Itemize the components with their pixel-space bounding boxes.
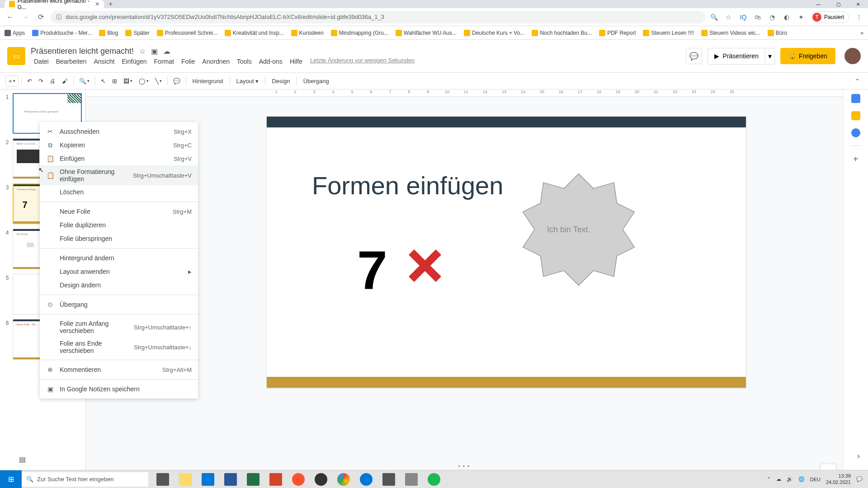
calendar-icon[interactable] bbox=[851, 94, 860, 103]
powerpoint-icon[interactable] bbox=[265, 470, 287, 488]
tray-chevron-icon[interactable]: ⌃ bbox=[767, 476, 771, 482]
select-tool[interactable]: ↖ bbox=[98, 76, 108, 86]
line-tool[interactable]: ╲▾ bbox=[152, 76, 165, 86]
word-icon[interactable] bbox=[220, 470, 241, 488]
layout-button[interactable]: Layout ▾ bbox=[233, 76, 263, 86]
site-info-icon[interactable]: ⓘ bbox=[56, 13, 62, 21]
new-tab-button[interactable]: + bbox=[108, 0, 113, 8]
context-menu-item[interactable]: Folie ans Ende verschiebenStrg+Umschaltt… bbox=[40, 337, 198, 357]
slide-title-text[interactable]: Formen einfügen bbox=[312, 171, 503, 200]
minimize-button[interactable]: — bbox=[808, 0, 828, 8]
extension-icon[interactable]: 🛍 bbox=[753, 13, 762, 22]
red-x-shape[interactable] bbox=[407, 248, 443, 284]
bookmark-apps[interactable]: Apps bbox=[5, 30, 25, 36]
new-slide-button[interactable]: +▾ bbox=[5, 75, 19, 87]
close-window-button[interactable]: ✕ bbox=[848, 0, 868, 8]
bookmark-item[interactable]: Büro bbox=[768, 30, 787, 36]
context-menu-item[interactable]: Neue FolieStrg+M bbox=[40, 205, 198, 218]
menu-folie[interactable]: Folie bbox=[178, 57, 198, 66]
context-menu-item[interactable]: Folie überspringen bbox=[40, 232, 198, 245]
bookmark-item[interactable]: Steuern Lesen !!!! bbox=[643, 30, 694, 36]
tray-network-icon[interactable]: 🌐 bbox=[798, 476, 805, 482]
bookmarks-overflow[interactable]: » bbox=[860, 30, 863, 36]
bookmark-item[interactable]: Noch hochladen Bu... bbox=[532, 30, 592, 36]
collapse-toolbar-icon[interactable]: ⌃ bbox=[852, 76, 863, 86]
paint-format-button[interactable]: 🖌 bbox=[59, 76, 71, 86]
star-shape-text[interactable]: Ich bin Text. bbox=[547, 225, 590, 235]
menu-ansicht[interactable]: Ansicht bbox=[90, 57, 118, 66]
bookmark-item[interactable]: Blog bbox=[99, 30, 118, 36]
present-dropdown[interactable]: ▾ bbox=[765, 48, 775, 65]
extension-icon[interactable]: IQ bbox=[739, 13, 748, 22]
tray-lang[interactable]: DEU bbox=[810, 477, 821, 482]
close-tab-icon[interactable]: ✕ bbox=[95, 1, 99, 7]
image-tool[interactable]: 🖼▾ bbox=[121, 76, 135, 86]
next-arrow-icon[interactable]: › bbox=[857, 451, 860, 461]
share-button[interactable]: 🔒Freigeben bbox=[780, 48, 835, 64]
bookmark-item[interactable]: Produktsuche - Mer... bbox=[32, 30, 92, 36]
tray-notification-icon[interactable]: 💬 bbox=[856, 476, 863, 482]
context-menu-item[interactable]: 📋EinfügenStrg+V bbox=[40, 152, 198, 165]
start-button[interactable]: ⊞ bbox=[0, 470, 22, 488]
add-addon-button[interactable]: + bbox=[853, 154, 859, 164]
comments-button[interactable]: 💬 bbox=[686, 48, 702, 64]
bookmark-item[interactable]: Kreativität und Insp... bbox=[225, 30, 284, 36]
design-button[interactable]: Design bbox=[268, 76, 293, 86]
obs-icon[interactable] bbox=[310, 470, 332, 488]
bookmark-item[interactable]: Später bbox=[125, 30, 149, 36]
tasks-icon[interactable] bbox=[851, 128, 860, 137]
move-icon[interactable]: ▣ bbox=[151, 47, 158, 56]
bookmark-item[interactable]: Mindmapping (Gru... bbox=[331, 30, 388, 36]
doc-title[interactable]: Präsentieren leicht gemacht! bbox=[31, 47, 134, 56]
bookmark-item[interactable]: PDF Report bbox=[599, 30, 636, 36]
zoom-button[interactable]: 🔍▾ bbox=[76, 76, 92, 86]
print-button[interactable]: 🖨 bbox=[47, 76, 58, 86]
bookmark-item[interactable]: Professionell Schrei... bbox=[157, 30, 217, 36]
keep-icon[interactable] bbox=[851, 111, 860, 120]
omnibox[interactable]: ⓘ docs.google.com/presentation/d/1yV372S… bbox=[51, 11, 705, 23]
bookmark-item[interactable]: Steuern Videos wic... bbox=[701, 30, 760, 36]
context-menu-item[interactable]: Folie zum Anfang verschiebenStrg+Umschal… bbox=[40, 317, 198, 337]
task-view-icon[interactable] bbox=[152, 470, 174, 488]
context-menu-item[interactable]: ⊕KommentierenStrg+Alt+M bbox=[40, 363, 198, 376]
forward-button[interactable]: → bbox=[20, 12, 31, 23]
bookmark-item[interactable]: Wahlfächer WU Aus... bbox=[396, 30, 457, 36]
context-menu-item[interactable]: Design ändern bbox=[40, 278, 198, 292]
menu-tools[interactable]: Tools bbox=[234, 57, 255, 66]
excel-icon[interactable] bbox=[242, 470, 264, 488]
background-button[interactable]: Hintergrund bbox=[189, 76, 227, 86]
context-menu-item[interactable]: ⊙Übergang bbox=[40, 298, 198, 311]
textbox-tool[interactable]: ⊞ bbox=[109, 76, 120, 86]
extensions-puzzle-icon[interactable]: ✦ bbox=[797, 13, 806, 22]
back-button[interactable]: ← bbox=[5, 12, 15, 23]
extension-icon[interactable]: ◔ bbox=[768, 13, 777, 22]
tray-volume-icon[interactable]: 🔊 bbox=[787, 476, 793, 482]
tray-clock[interactable]: 13:38 24.02.2021 bbox=[826, 473, 851, 485]
shape-tool[interactable]: ◯▾ bbox=[136, 76, 151, 86]
context-menu-item[interactable]: ⧉KopierenStrg+C bbox=[40, 138, 198, 152]
slides-logo-icon[interactable]: ▭ bbox=[7, 47, 25, 65]
app-icon[interactable] bbox=[401, 470, 422, 488]
menu-einfuegen[interactable]: Einfügen bbox=[118, 57, 150, 66]
bookmark-item[interactable]: Kursideen bbox=[291, 30, 324, 36]
edge-legacy-icon[interactable] bbox=[197, 470, 219, 488]
bookmark-item[interactable]: Deutsche Kurs + Vo... bbox=[464, 30, 524, 36]
redo-button[interactable]: ↷ bbox=[36, 76, 46, 86]
undo-button[interactable]: ↶ bbox=[24, 76, 35, 86]
brave-icon[interactable] bbox=[288, 470, 309, 488]
present-button[interactable]: ▶Präsentieren bbox=[708, 48, 765, 65]
menu-hilfe[interactable]: Hilfe bbox=[287, 57, 306, 66]
bookmark-star-icon[interactable]: ☆ bbox=[724, 13, 733, 22]
reload-button[interactable]: ⟳ bbox=[35, 12, 46, 23]
extension-icon[interactable]: ◐ bbox=[782, 13, 791, 22]
context-menu-item[interactable]: Hintergrund ändern bbox=[40, 251, 198, 265]
maximize-button[interactable]: ▢ bbox=[828, 0, 848, 8]
context-menu-item[interactable]: Layout anwenden▶ bbox=[40, 265, 198, 278]
taskbar-search[interactable]: 🔍 Zur Suche Text hier eingeben bbox=[22, 472, 148, 487]
last-edit-text[interactable]: Letzte Änderung vor wenigen Sekunden bbox=[310, 57, 415, 66]
context-menu-item[interactable]: Löschen bbox=[40, 185, 198, 199]
transition-button[interactable]: Übergang bbox=[300, 76, 333, 86]
star-icon[interactable]: ☆ bbox=[139, 47, 146, 56]
app-icon[interactable] bbox=[378, 470, 400, 488]
user-avatar[interactable] bbox=[844, 48, 861, 64]
